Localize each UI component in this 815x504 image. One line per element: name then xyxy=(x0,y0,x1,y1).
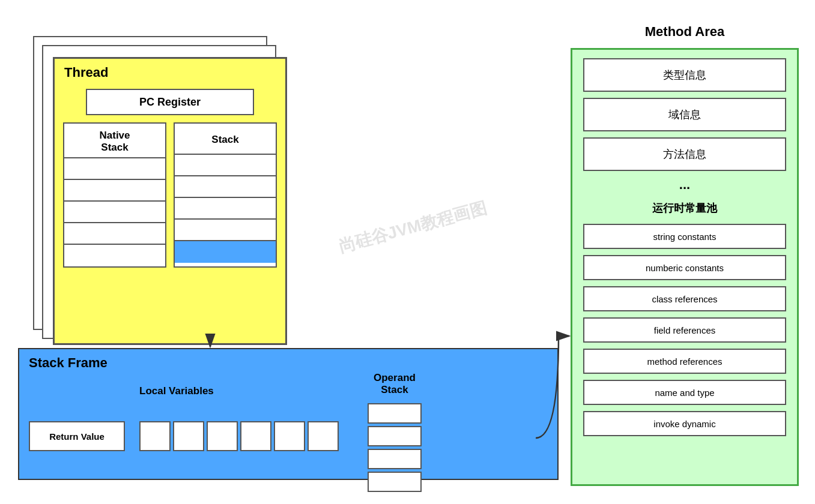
method-item-type: 类型信息 xyxy=(583,58,786,92)
stack-row-3 xyxy=(175,198,276,220)
operand-cell-4 xyxy=(368,472,422,492)
local-var-cell-5 xyxy=(274,421,305,451)
native-stack-row-5 xyxy=(64,245,165,266)
thread-box: Thread PC Register NativeStack Stack xyxy=(53,57,287,345)
runtime-cp-label: 运行时常量池 xyxy=(652,199,717,218)
stack-row-1 xyxy=(175,155,276,176)
operand-cell-1 xyxy=(368,403,422,424)
stack-row-2 xyxy=(175,176,276,198)
pc-register-label: PC Register xyxy=(139,96,201,109)
stack-label: Stack xyxy=(175,124,276,155)
native-stack-row-1 xyxy=(64,158,165,180)
diagram-container: Thread PC Register NativeStack Stack xyxy=(0,0,815,504)
method-item-method-info: 方法信息 xyxy=(583,137,786,171)
stack-col: Stack xyxy=(174,122,277,268)
cp-item-field-ref: field references xyxy=(583,317,786,343)
pc-register-box: PC Register xyxy=(86,89,254,115)
stack-frame-title: Stack Frame xyxy=(19,349,557,371)
local-var-cell-4 xyxy=(240,421,271,451)
method-area-title: Method Area xyxy=(577,24,793,40)
operand-cell-3 xyxy=(368,449,422,469)
method-area-box: 类型信息 域信息 方法信息 ... 运行时常量池 string constant… xyxy=(571,48,799,486)
cp-item-name-type: name and type xyxy=(583,380,786,405)
dots-label: ... xyxy=(679,177,690,193)
stack-row-blue xyxy=(175,241,276,263)
return-value-box: Return Value xyxy=(29,421,125,451)
stack-row-4 xyxy=(175,220,276,241)
cp-item-class-ref: class references xyxy=(583,286,786,311)
operand-stack-label: OperandStack xyxy=(374,372,416,396)
return-value-label: Return Value xyxy=(49,431,105,442)
native-stack-row-4 xyxy=(64,223,165,245)
cp-item-method-ref: method references xyxy=(583,349,786,374)
local-vars-cells xyxy=(139,421,339,451)
native-stack-col: NativeStack xyxy=(63,122,166,268)
cp-item-numeric: numberic constants xyxy=(583,255,786,280)
local-var-cell-3 xyxy=(207,421,238,451)
local-var-cell-6 xyxy=(308,421,339,451)
local-var-cell-1 xyxy=(139,421,171,451)
cp-item-string: string constants xyxy=(583,224,786,249)
native-stack-row-2 xyxy=(64,180,165,202)
stack-frame-box: Stack Frame Return Value Local Variables… xyxy=(18,348,559,480)
operand-stack-cells xyxy=(368,403,422,492)
thread-title: Thread xyxy=(55,59,285,84)
local-vars-label: Local Variables xyxy=(139,385,214,397)
cp-item-invoke-dynamic: invoke dynamic xyxy=(583,411,786,436)
local-var-cell-2 xyxy=(173,421,204,451)
stacks-row: NativeStack Stack xyxy=(63,122,277,268)
watermark: 尚硅谷JVM教程画图 xyxy=(336,197,489,258)
native-stack-row-3 xyxy=(64,202,165,223)
operand-cell-2 xyxy=(368,426,422,446)
native-stack-label: NativeStack xyxy=(64,124,165,158)
method-item-domain: 域信息 xyxy=(583,98,786,131)
